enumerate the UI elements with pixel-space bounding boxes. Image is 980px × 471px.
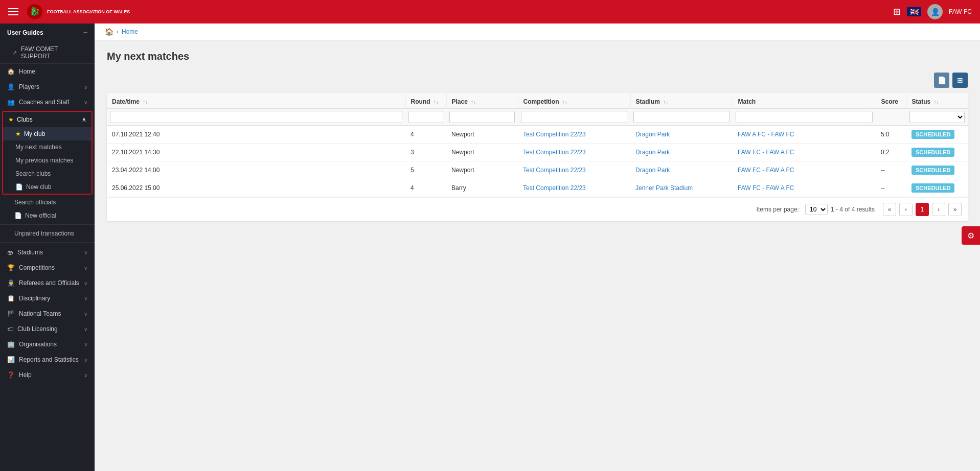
status-filter-select[interactable]: SCHEDULED (909, 111, 965, 123)
place-filter-input[interactable] (449, 111, 515, 123)
hamburger-menu[interactable] (8, 8, 18, 15)
sidebar-subitem-unpaired-transactions[interactable]: Unpaired transactions (0, 227, 95, 240)
cell-match[interactable]: FAW A FC - FAW FC (733, 126, 876, 144)
col-header-datetime[interactable]: Date/time ↑↓ (107, 93, 405, 109)
col-header-status[interactable]: Status ↑↓ (906, 93, 968, 109)
competition-link[interactable]: Test Competition 22/23 (523, 149, 586, 156)
search-officials-label: Search officials (14, 199, 56, 206)
stadium-link[interactable]: Dragon Park (635, 131, 670, 138)
stadium-link[interactable]: Jenner Park Stadium (635, 184, 693, 192)
col-header-stadium[interactable]: Stadium ↑↓ (630, 93, 733, 109)
competition-link[interactable]: Test Competition 22/23 (523, 131, 586, 138)
stadium-link[interactable]: Dragon Park (635, 149, 670, 156)
my-next-matches-label: My next matches (15, 144, 62, 151)
col-header-round[interactable]: Round ↑↓ (405, 93, 446, 109)
match-link[interactable]: FAW FC - FAW A FC (738, 149, 794, 156)
sidebar-item-clubs[interactable]: ★ Clubs ∧ (3, 112, 92, 127)
table-toolbar: 📄 ⊞ (107, 73, 968, 88)
filter-status[interactable]: SCHEDULED (906, 109, 968, 126)
sidebar-item-coaches[interactable]: 👥 Coaches and Staff ∨ (0, 95, 95, 110)
cell-match[interactable]: FAW FC - FAW A FC (733, 144, 876, 161)
cell-stadium[interactable]: Dragon Park (630, 126, 733, 144)
filter-competition[interactable] (518, 109, 630, 126)
filter-datetime[interactable] (107, 109, 405, 126)
sidebar-subitem-my-club[interactable]: ★ My club (3, 127, 92, 140)
sidebar-subitem-my-next-matches[interactable]: My next matches (3, 140, 92, 154)
cell-stadium[interactable]: Dragon Park (630, 161, 733, 179)
filter-round[interactable] (405, 109, 446, 126)
cell-competition[interactable]: Test Competition 22/23 (518, 161, 630, 179)
faw-comet-support-link[interactable]: ↗ FAW COMET SUPPORT (0, 42, 95, 63)
cell-stadium[interactable]: Jenner Park Stadium (630, 179, 733, 197)
breadcrumb-home-icon: 🏠 (105, 28, 113, 36)
round-filter-input[interactable] (408, 111, 443, 123)
sidebar-item-disciplinary[interactable]: 📋 Disciplinary ∨ (0, 291, 95, 306)
sidebar-item-stadiums[interactable]: 🏟 Stadiums ∨ (0, 245, 95, 260)
user-name[interactable]: FAW FC (949, 8, 972, 15)
match-filter-input[interactable] (736, 111, 873, 123)
col-header-place[interactable]: Place ↑↓ (446, 93, 518, 109)
sidebar-reports-label: Reports and Statistics (19, 356, 79, 363)
competition-link[interactable]: Test Competition 22/23 (523, 184, 586, 192)
breadcrumb-home-link[interactable]: Home (122, 28, 138, 35)
sidebar-subitem-new-club[interactable]: 📄 New club (3, 180, 92, 194)
filter-match[interactable] (733, 109, 876, 126)
export-csv-button[interactable]: 📄 (934, 73, 949, 88)
home-icon: 🏠 (7, 68, 15, 75)
sidebar-subitem-search-officials[interactable]: Search officials (0, 196, 95, 209)
avatar[interactable]: 👤 (927, 4, 943, 19)
cell-stadium[interactable]: Dragon Park (630, 144, 733, 161)
col-header-competition[interactable]: Competition ↑↓ (518, 93, 630, 109)
cell-status: SCHEDULED (906, 179, 968, 197)
sidebar-item-national-teams[interactable]: 🏴 National Teams ∨ (0, 306, 95, 321)
first-page-button[interactable]: « (883, 203, 896, 216)
grid-icon[interactable]: ⊞ (893, 6, 901, 17)
next-page-button[interactable]: › (932, 203, 945, 216)
organisations-icon: 🏢 (7, 341, 15, 348)
page-size-select[interactable]: 10 25 50 (805, 204, 828, 215)
current-page-button[interactable]: 1 (916, 203, 929, 216)
filter-place[interactable] (446, 109, 518, 126)
filter-stadium[interactable] (630, 109, 733, 126)
match-link[interactable]: FAW FC - FAW A FC (738, 184, 794, 192)
user-guides-header[interactable]: User Guides − (0, 23, 95, 42)
sidebar-clubs-label: Clubs (17, 116, 33, 123)
sidebar-item-referees[interactable]: 👮 Referees and Officials ∨ (0, 275, 95, 291)
cell-match[interactable]: FAW FC - FAW A FC (733, 161, 876, 179)
stadium-filter-input[interactable] (633, 111, 730, 123)
status-sort-icon: ↑↓ (934, 99, 939, 105)
sidebar-item-coaches-left: 👥 Coaches and Staff (7, 99, 70, 106)
col-header-match[interactable]: Match (733, 93, 876, 109)
cell-status: SCHEDULED (906, 144, 968, 161)
cell-match[interactable]: FAW FC - FAW A FC (733, 179, 876, 197)
competition-link[interactable]: Test Competition 22/23 (523, 167, 586, 174)
stadium-link[interactable]: Dragon Park (635, 167, 670, 174)
cell-datetime: 25.06.2022 15:00 (107, 179, 405, 197)
match-link[interactable]: FAW A FC - FAW FC (738, 131, 794, 138)
last-page-button[interactable]: » (948, 203, 962, 216)
sidebar-item-club-licensing[interactable]: 🏷 Club Licensing ∨ (0, 321, 95, 337)
match-link[interactable]: FAW FC - FAW A FC (738, 167, 794, 174)
topbar-left: 🐉 FOOTBALL ASSOCIATION OF WALES (8, 4, 130, 20)
sidebar-item-help[interactable]: ❓ Help ∨ (0, 367, 95, 383)
sidebar-subitem-search-clubs[interactable]: Search clubs (3, 167, 92, 180)
cell-competition[interactable]: Test Competition 22/23 (518, 144, 630, 161)
sidebar-item-home[interactable]: 🏠 Home (0, 64, 95, 79)
datetime-filter-input[interactable] (110, 111, 402, 123)
column-toggle-button[interactable]: ⊞ (952, 73, 968, 88)
prev-page-button[interactable]: ‹ (899, 203, 913, 216)
sidebar-subitem-my-previous-matches[interactable]: My previous matches (3, 154, 92, 167)
language-flag[interactable]: 🇬🇧 (907, 7, 921, 16)
sidebar-item-players[interactable]: 👤 Players ∨ (0, 79, 95, 95)
sidebar-subitem-new-official[interactable]: 📄 New official (0, 209, 95, 222)
dragon-logo-icon: 🐉 (27, 4, 43, 20)
sidebar-item-reports[interactable]: 📊 Reports and Statistics ∨ (0, 352, 95, 367)
cell-competition[interactable]: Test Competition 22/23 (518, 126, 630, 144)
status-badge: SCHEDULED (911, 183, 954, 193)
sidebar-item-organisations[interactable]: 🏢 Organisations ∨ (0, 337, 95, 352)
cell-competition[interactable]: Test Competition 22/23 (518, 179, 630, 197)
competition-filter-input[interactable] (521, 111, 627, 123)
settings-fab-button[interactable]: ⚙ (962, 226, 980, 245)
sidebar-item-competitions[interactable]: 🏆 Competitions ∨ (0, 260, 95, 275)
status-badge: SCHEDULED (911, 166, 954, 175)
